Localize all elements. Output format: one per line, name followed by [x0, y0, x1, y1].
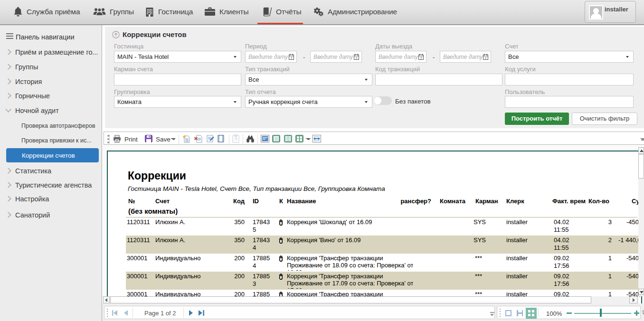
svg-text:7: 7: [355, 56, 357, 60]
svg-text:7: 7: [484, 56, 486, 60]
svg-text:?: ?: [235, 137, 237, 142]
svg-text:7: 7: [290, 56, 292, 60]
svg-text:7: 7: [420, 56, 422, 60]
